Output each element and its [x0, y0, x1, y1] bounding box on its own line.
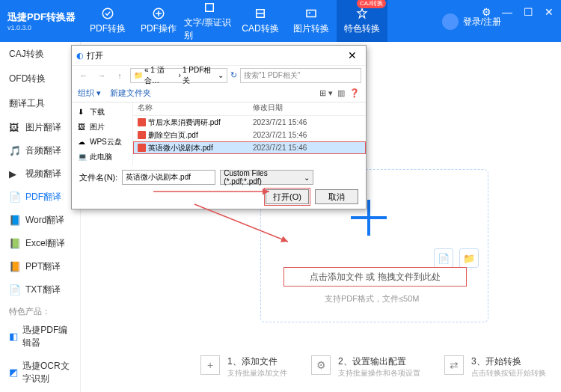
folder-icon: 📁 [134, 71, 143, 79]
sidebar-group-caj[interactable]: CAJ转换 [0, 42, 80, 67]
download-icon: ⬇ [78, 108, 87, 117]
tab-label: PDF转换 [90, 22, 126, 35]
dialog-nav: ← → ↑ 📁 « 1 适合… › 1 PDF相关 ⌄ ↻ 搜索"1 PDF相关… [72, 65, 366, 85]
settings-icon[interactable]: ⚙ [480, 6, 492, 18]
chevron-right-icon: › [179, 71, 181, 79]
breadcrumb[interactable]: 📁 « 1 适合… › 1 PDF相关 ⌄ [130, 68, 227, 83]
image-icon: 🖼 [9, 122, 21, 134]
step-num: 2、 [338, 356, 352, 367]
sidebar: CAJ转换 OFD转换 翻译工具 🖼图片翻译 🎵音频翻译 ▶视频翻译 📄PDF翻… [0, 42, 81, 392]
sidebar-item-label: 音频翻译 [25, 144, 61, 157]
cancel-button[interactable]: 取消 [315, 189, 358, 204]
tab-cad[interactable]: CAD转换 [235, 0, 286, 42]
step-num: 3、 [471, 356, 485, 367]
folder-tree: ⬇下载 🖼图片 ☁WPS云盘 💻此电脑 [72, 102, 133, 165]
nav-forward-icon[interactable]: → [94, 71, 109, 80]
dialog-toolbar: 组织 ▾ 新建文件夹 ⊞ ▾ ▥ ❓ [72, 85, 366, 102]
dropzone-hint: 点击添加文件 或 拖拽文件到此处 [283, 267, 467, 287]
cloud-icon: ☁ [78, 138, 87, 147]
file-row[interactable]: 节后水果消费调研.pdf2023/7/21 15:46 [133, 116, 366, 129]
tree-label: WPS云盘 [90, 137, 122, 147]
step-sub: 支持批量添加文件 [227, 368, 287, 379]
dialog-app-icon: ◐ [76, 51, 84, 61]
tab-pdf-convert[interactable]: PDF转换 [82, 0, 133, 42]
dialog-body: ⬇下载 🖼图片 ☁WPS云盘 💻此电脑 名称 修改日期 节后水果消费调研.pdf… [72, 102, 366, 165]
tree-this-pc[interactable]: 💻此电脑 [72, 150, 132, 165]
chevron-down-icon[interactable]: ⌄ [218, 71, 224, 79]
sidebar-item-label: PPT翻译 [25, 260, 61, 273]
add-file-icon[interactable]: 📄 [434, 248, 453, 268]
file-name: 删除空白页.pdf [148, 130, 198, 141]
tab-ocr[interactable]: 文字/票证识别 [184, 0, 235, 42]
file-date: 2023/7/21 15:46 [253, 131, 328, 139]
add-folder-icon[interactable]: 📁 [459, 248, 479, 268]
sidebar-item-video-translate[interactable]: ▶视频翻译 [0, 162, 80, 186]
window-controls: ⚙ — ☐ ✕ [480, 6, 555, 18]
search-placeholder: 搜索"1 PDF相关" [244, 70, 300, 81]
sidebar-item-excel-translate[interactable]: 📗Excel翻译 [0, 232, 80, 255]
sidebar-special-ocr[interactable]: ◩迅捷OCR文字识别 [0, 355, 80, 391]
open-button[interactable]: 打开(O) [266, 189, 309, 204]
tree-pictures[interactable]: 🖼图片 [72, 120, 132, 135]
view-mode-icon[interactable]: ⊞ ▾ [319, 88, 333, 98]
close-icon[interactable]: ✕ [543, 6, 555, 18]
filetype-dropdown[interactable]: Custom Files (*.pdf;*.pdf)⌄ [220, 170, 313, 185]
app-version: v1.0.3.0 [7, 24, 82, 31]
help-icon[interactable]: ❓ [349, 88, 360, 98]
sidebar-item-txt-translate[interactable]: 📄TXT翻译 [0, 278, 80, 301]
nav-up-icon[interactable]: ↑ [112, 71, 127, 80]
refresh-icon[interactable]: ↻ [230, 70, 237, 80]
filename-input[interactable] [122, 170, 215, 185]
dropzone-subhint: 支持PDF格式，文件≤50M [325, 293, 419, 304]
sidebar-item-label: Excel翻译 [25, 237, 65, 250]
dropzone-aux-buttons: 📄 📁 [434, 248, 479, 268]
editor-icon: ◧ [9, 331, 18, 343]
tree-label: 此电脑 [90, 152, 112, 162]
app-title: 迅捷PDF转换器 [7, 10, 82, 24]
svg-point-5 [309, 12, 310, 13]
pdf-file-icon [138, 131, 146, 139]
tree-downloads[interactable]: ⬇下载 [72, 105, 132, 120]
minimize-icon[interactable]: — [501, 6, 513, 18]
dialog-close-icon[interactable]: ✕ [343, 49, 361, 61]
sidebar-item-label: 迅捷OCR文字识别 [22, 360, 71, 385]
file-row[interactable]: 删除空白页.pdf2023/7/21 15:46 [133, 129, 366, 141]
svg-rect-4 [307, 10, 316, 17]
sidebar-item-ppt-translate[interactable]: 📙PPT翻译 [0, 255, 80, 278]
audio-icon: 🎵 [9, 145, 21, 157]
sidebar-special-pdf-editor[interactable]: ◧迅捷PDF编辑器 [0, 319, 80, 355]
tab-label: PDF操作 [141, 22, 177, 35]
excel-icon: 📗 [9, 238, 21, 250]
sidebar-group-ofd[interactable]: OFD转换 [0, 67, 80, 91]
dropzone-hint-text: 点击添加文件 或 拖拽文件到此处 [310, 271, 441, 284]
new-folder-button[interactable]: 新建文件夹 [110, 88, 151, 99]
file-date: 2023/7/21 15:46 [253, 118, 328, 126]
sidebar-item-word-translate[interactable]: 📘Word翻译 [0, 209, 80, 232]
col-date[interactable]: 修改日期 [253, 102, 328, 115]
filetype-value: Custom Files (*.pdf;*.pdf) [224, 169, 304, 186]
tab-image[interactable]: 图片转换 [286, 0, 337, 42]
step-3: ⇄ 3、开始转换点击转换按钮开始转换 [444, 355, 546, 379]
step-title: 开始转换 [485, 356, 521, 367]
search-input[interactable]: 搜索"1 PDF相关" [240, 68, 361, 83]
sidebar-item-audio-translate[interactable]: 🎵音频翻译 [0, 139, 80, 162]
maximize-icon[interactable]: ☐ [522, 6, 534, 18]
tab-special[interactable]: CAJ转换特色转换 [337, 0, 387, 42]
tab-pdf-op[interactable]: PDF操作 [133, 0, 184, 42]
file-row-selected[interactable]: 英语微小说剧本.pdf2023/7/21 15:46 [133, 141, 366, 154]
steps-row: + 1、添加文件支持批量添加文件 ⚙ 2、设置输出配置支持批量操作和各项设置 ⇄… [200, 355, 546, 379]
sidebar-item-image-translate[interactable]: 🖼图片翻译 [0, 116, 80, 139]
dialog-title: 打开 [87, 50, 103, 61]
list-header: 名称 修改日期 [133, 102, 366, 116]
sidebar-group-translate[interactable]: 翻译工具 [0, 91, 80, 116]
tree-wps-cloud[interactable]: ☁WPS云盘 [72, 135, 132, 150]
svg-rect-2 [206, 3, 214, 11]
sidebar-item-pdf-translate[interactable]: 📄PDF翻译 [0, 186, 80, 209]
col-name[interactable]: 名称 [133, 102, 253, 115]
file-date: 2023/7/21 15:46 [253, 144, 328, 152]
step-add-icon: + [200, 355, 220, 375]
nav-back-icon[interactable]: ← [76, 71, 91, 80]
preview-pane-icon[interactable]: ▥ [337, 88, 345, 98]
cancel-button-label: 取消 [328, 192, 345, 203]
organize-menu[interactable]: 组织 ▾ [78, 88, 101, 99]
